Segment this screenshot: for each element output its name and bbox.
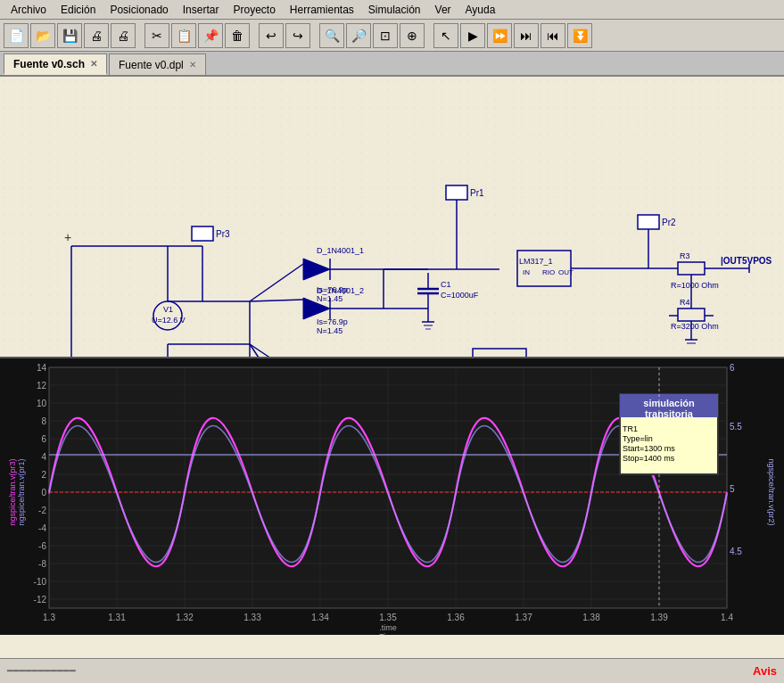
menu-insertar[interactable]: Insertar: [176, 2, 227, 18]
open-button[interactable]: 📂: [30, 23, 55, 48]
cut-button[interactable]: ✂: [144, 23, 169, 48]
save-button[interactable]: 💾: [57, 23, 82, 48]
printer2-button[interactable]: 🖨: [111, 23, 136, 48]
svg-rect-90: [678, 262, 705, 275]
svg-text:IN: IN: [523, 268, 530, 276]
svg-text:2: 2: [41, 470, 46, 480]
svg-text:1.34: 1.34: [311, 613, 329, 622]
svg-text:5.5: 5.5: [730, 422, 742, 432]
svg-text:|OUT5VPOS: |OUT5VPOS: [721, 256, 772, 266]
svg-text:1.31: 1.31: [108, 613, 126, 622]
toolbar: 📄 📂 💾 🖨 🖨 ✂ 📋 📌 🗑 ↩ ↪ 🔍 🔎 ⊡ ⊕ ↖ ▶ ⏩ ⏭ ⏮ …: [0, 20, 784, 52]
tabbar: Fuente v0.sch ✕ Fuente v0.dpl ✕: [0, 52, 784, 77]
svg-text:C=1000uF: C=1000uF: [441, 291, 479, 300]
menu-edicion[interactable]: Edición: [54, 2, 103, 18]
delete-button[interactable]: 🗑: [225, 23, 250, 48]
svg-rect-95: [678, 309, 705, 321]
svg-text:Time: Time: [379, 632, 397, 635]
menu-ver[interactable]: Ver: [428, 2, 458, 18]
svg-text:1.36: 1.36: [447, 613, 465, 622]
menu-proyecto[interactable]: Proyecto: [226, 2, 282, 18]
svg-text:Pr2: Pr2: [662, 218, 676, 227]
svg-text:RIO: RIO: [542, 268, 555, 276]
svg-text:U=12.6 V: U=12.6 V: [152, 316, 186, 325]
svg-text:ngspice/tran.v(pr1): ngspice/tran.v(pr1): [17, 458, 26, 525]
tab-sch-label: Fuente v0.sch: [13, 58, 85, 70]
svg-text:V1: V1: [163, 305, 173, 314]
svg-text:transitoria: transitoria: [645, 408, 694, 419]
menu-ayuda[interactable]: Ayuda: [458, 2, 503, 18]
svg-text:12: 12: [37, 381, 47, 391]
menu-simulacion[interactable]: Simulación: [361, 2, 428, 18]
svg-text:1.39: 1.39: [650, 613, 668, 622]
svg-text:10: 10: [37, 399, 47, 408]
paste-button[interactable]: 📌: [198, 23, 223, 48]
svg-text:Pr1: Pr1: [470, 188, 484, 198]
svg-text:Start=1300 ms: Start=1300 ms: [623, 444, 675, 453]
svg-text:5: 5: [730, 484, 735, 494]
svg-text:Stop=1400 ms: Stop=1400 ms: [623, 454, 675, 463]
svg-text:OUT: OUT: [558, 268, 574, 276]
tab-sch[interactable]: Fuente v0.sch ✕: [4, 53, 107, 75]
svg-text:1.37: 1.37: [515, 613, 532, 622]
new-button[interactable]: 📄: [4, 23, 29, 48]
menubar: Archivo Edición Posicionado Insertar Pro…: [0, 0, 784, 20]
svg-text:6: 6: [730, 363, 735, 373]
svg-rect-6: [446, 185, 467, 200]
svg-text:D_1N4001_1: D_1N4001_1: [317, 246, 364, 255]
zoom-fit-button[interactable]: ⊡: [373, 23, 398, 48]
tab-sch-close[interactable]: ✕: [90, 59, 97, 69]
svg-text:Is=76.9p: Is=76.9p: [317, 317, 348, 326]
svg-text:R4: R4: [680, 298, 690, 307]
svg-text:Type=lin: Type=lin: [623, 434, 653, 443]
svg-text:C1: C1: [441, 280, 451, 289]
svg-text:-2: -2: [38, 506, 46, 515]
svg-text:-6: -6: [38, 541, 46, 551]
sim2-button[interactable]: ⏩: [487, 23, 512, 48]
svg-rect-4: [192, 226, 213, 241]
waveform-svg: 14 12 10 8 6 4 2 0 -2 -4 -6 -8 -10 -12 6…: [0, 358, 784, 635]
svg-text:.time: .time: [379, 623, 397, 632]
waveform-area[interactable]: 14 12 10 8 6 4 2 0 -2 -4 -6 -8 -10 -12 6…: [0, 357, 784, 633]
svg-text:ngspice/tran.v(pr2): ngspice/tran.v(pr2): [767, 458, 776, 525]
svg-text:-10: -10: [34, 577, 47, 587]
svg-text:R=3200 Ohm: R=3200 Ohm: [671, 322, 719, 331]
zoom-out-button[interactable]: 🔎: [346, 23, 371, 48]
svg-rect-8: [638, 215, 659, 229]
zoom-in-button[interactable]: 🔍: [319, 23, 344, 48]
tab-dpl[interactable]: Fuente v0.dpl ✕: [109, 53, 206, 75]
menu-archivo[interactable]: Archivo: [4, 2, 54, 18]
svg-text:1.4: 1.4: [721, 613, 733, 622]
copy-button[interactable]: 📋: [171, 23, 196, 48]
menu-herramientas[interactable]: Herramientas: [283, 2, 361, 18]
svg-text:14: 14: [37, 363, 47, 373]
svg-text:R=1000 Ohm: R=1000 Ohm: [671, 281, 719, 290]
redo-button[interactable]: ↪: [285, 23, 310, 48]
svg-text:4.5: 4.5: [730, 547, 742, 556]
svg-text:1.33: 1.33: [243, 613, 261, 622]
svg-text:TR1: TR1: [623, 424, 638, 433]
svg-text:R3: R3: [680, 251, 690, 260]
tab-dpl-close[interactable]: ✕: [189, 60, 196, 70]
svg-text:Pr3: Pr3: [216, 229, 230, 239]
svg-text:1.3: 1.3: [43, 613, 55, 622]
print-button[interactable]: 🖨: [84, 23, 109, 48]
zoom-select-button[interactable]: ⊕: [400, 23, 425, 48]
statusbar: ━━━━━━━━━━━ Avis: [0, 658, 784, 683]
svg-text:N=1.45: N=1.45: [317, 326, 342, 335]
sim5-button[interactable]: ⏬: [567, 23, 592, 48]
svg-text:+: +: [64, 230, 71, 244]
svg-text:ngspice/tran.v(pr3): ngspice/tran.v(pr3): [8, 458, 17, 525]
sim4-button[interactable]: ⏮: [541, 23, 565, 48]
status-scroll: ━━━━━━━━━━━: [7, 665, 76, 677]
cursor-button[interactable]: ↖: [433, 23, 458, 48]
sim3-button[interactable]: ⏭: [514, 23, 539, 48]
svg-text:-8: -8: [38, 559, 46, 569]
tab-dpl-label: Fuente v0.dpl: [119, 59, 184, 71]
svg-text:6: 6: [41, 434, 46, 444]
undo-button[interactable]: ↩: [259, 23, 284, 48]
menu-posicionado[interactable]: Posicionado: [103, 2, 175, 18]
svg-text:LM317_1: LM317_1: [519, 257, 553, 266]
svg-text:0: 0: [41, 488, 46, 498]
sim1-button[interactable]: ▶: [460, 23, 485, 48]
